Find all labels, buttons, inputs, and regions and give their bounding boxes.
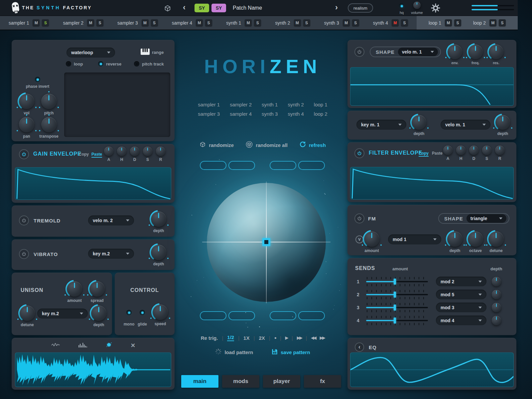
fm-octave-knob[interactable]: octave (468, 231, 483, 253)
paste-button[interactable]: Paste (91, 152, 102, 158)
hold-knob[interactable]: H (117, 147, 126, 162)
reverse-radio[interactable]: reverse (98, 61, 121, 66)
power-icon[interactable] (19, 149, 29, 159)
solo-button[interactable]: S (42, 19, 49, 26)
solo-button[interactable]: S (352, 19, 359, 26)
sample-display[interactable] (64, 72, 170, 137)
tab-main[interactable]: main (181, 375, 218, 388)
macro-slot-button[interactable] (298, 311, 325, 320)
channel-tab-synth-1[interactable]: synth 1MS (226, 19, 261, 26)
layer-label[interactable]: loop 1 (314, 102, 328, 107)
layer-label[interactable]: synth 1 (262, 102, 278, 107)
fast-forward-icon[interactable]: ▶▶ (297, 335, 302, 340)
filter-freq-knob[interactable]: freq. (468, 45, 483, 65)
layer-label[interactable]: synth 4 (288, 111, 304, 117)
channel-tab-sampler-1[interactable]: sampler 1MS (9, 19, 49, 26)
solo-button[interactable]: S (96, 19, 103, 26)
macro-slot-button[interactable] (200, 161, 226, 170)
macro-slot-button[interactable] (200, 311, 226, 320)
solo-button[interactable]: S (303, 19, 310, 26)
unison-detune-knob[interactable]: detune (20, 306, 35, 327)
tab-player[interactable]: player (263, 375, 300, 388)
filter-envelope-display[interactable] (350, 167, 514, 200)
copy-button[interactable]: Copy (419, 151, 429, 157)
send-mod-dropdown[interactable]: mod 3 (436, 303, 486, 312)
fm-detune-knob[interactable]: detune (488, 231, 504, 253)
pan-knob-group[interactable]: pan (19, 117, 34, 139)
paste-button[interactable]: Paste (432, 151, 443, 156)
unison-depth-knob[interactable]: depth (91, 306, 106, 327)
tab-mods[interactable]: mods (222, 375, 259, 388)
channel-tab-synth-3[interactable]: synth 3MS (324, 19, 359, 26)
retrig-half-button[interactable]: 1/2 (227, 334, 234, 341)
channel-tab-sampler-3[interactable]: sampler 3MS (117, 19, 158, 26)
send-mod-dropdown[interactable]: mod 5 (436, 290, 486, 299)
close-icon[interactable]: × (131, 342, 135, 349)
solo-button[interactable]: S (454, 19, 461, 26)
power-icon[interactable] (19, 249, 29, 259)
retrig-1x-button[interactable]: 1X (243, 335, 249, 341)
channel-tab-sampler-4[interactable]: sampler 4MS (172, 19, 212, 26)
preset-tag-button[interactable]: realism (348, 3, 373, 13)
back-icon[interactable]: ‹ (355, 342, 364, 352)
send-depth-knob[interactable] (492, 290, 501, 299)
volume-knob[interactable] (413, 2, 421, 9)
macro-slot-button[interactable] (228, 311, 255, 320)
solo-button[interactable]: S (254, 19, 261, 26)
velo-mod-dropdown[interactable]: velo m. 1 (441, 120, 490, 130)
mute-button[interactable]: M (33, 19, 40, 26)
mute-button[interactable]: M (489, 19, 496, 26)
keyboard-range-icon[interactable] (141, 49, 150, 56)
solo-button[interactable]: S (151, 19, 158, 26)
skip-forward-icon[interactable]: ▶▶ (320, 335, 325, 340)
mute-button[interactable]: M (343, 19, 350, 26)
send-mod-dropdown[interactable]: mod 4 (436, 316, 486, 325)
power-icon[interactable] (354, 148, 364, 158)
power-icon[interactable] (354, 47, 364, 57)
filter-env-knob[interactable]: env. (448, 45, 462, 65)
fm-depth-knob[interactable]: depth (447, 231, 463, 253)
attack-knob[interactable]: A (443, 146, 453, 161)
gain-envelope-display[interactable] (15, 167, 171, 200)
loop-radio[interactable]: loop (66, 61, 83, 66)
wave-icon[interactable] (51, 342, 60, 349)
mute-button[interactable]: M (196, 19, 203, 26)
send-depth-knob[interactable] (492, 277, 501, 286)
solo-button[interactable]: S (205, 19, 212, 26)
unison-amount-knob[interactable]: amount (67, 281, 82, 303)
glide-led[interactable] (140, 310, 145, 315)
hold-knob[interactable]: H (456, 146, 466, 161)
filter-curve-display[interactable] (350, 67, 514, 106)
sustain-knob[interactable]: S (482, 146, 491, 161)
fm-amount-knob[interactable]: amount (364, 231, 379, 253)
tab-fx[interactable]: fx (304, 375, 341, 388)
channel-tab-sampler-2[interactable]: sampler 2MS (63, 19, 103, 26)
rewind-icon[interactable]: ◀◀ (311, 335, 316, 340)
send-amount-slider[interactable] (366, 277, 428, 286)
macro-slot-button[interactable] (270, 311, 296, 320)
patch-name[interactable]: Patch Name (233, 5, 262, 11)
next-preset-icon[interactable]: › (335, 3, 338, 11)
layer-label[interactable]: synth 3 (262, 111, 278, 117)
macro-slot-button[interactable] (298, 161, 325, 170)
unison-spread-knob[interactable]: spread (89, 281, 105, 303)
retrig-2x-button[interactable]: 2X (259, 335, 265, 341)
prev-preset-icon[interactable]: ‹ (183, 3, 186, 11)
fm-mod-dropdown[interactable]: mod 1 (388, 234, 441, 244)
randomize-all-button[interactable]: randomize all (246, 141, 288, 149)
layer-label[interactable]: sampler 3 (198, 111, 220, 117)
play-icon[interactable]: ▶ (285, 335, 288, 340)
speed-knob[interactable]: speed (153, 305, 168, 326)
mute-button[interactable]: M (245, 19, 252, 26)
vol-knob-group[interactable]: vol (19, 94, 34, 115)
fm-shape-selector[interactable]: SHAPE triangle (438, 213, 509, 224)
gear-icon[interactable] (430, 3, 441, 13)
fm-shape-dropdown[interactable]: triangle (466, 214, 506, 223)
granular-splat-icon[interactable] (106, 341, 112, 349)
release-knob[interactable]: R (156, 147, 165, 162)
sy-badge-purple[interactable]: SY (211, 4, 226, 12)
waveform-display[interactable] (15, 352, 171, 387)
spectrum-bars-icon[interactable] (78, 342, 87, 349)
record-icon[interactable]: ● (274, 335, 276, 340)
mute-button[interactable]: M (294, 19, 301, 26)
